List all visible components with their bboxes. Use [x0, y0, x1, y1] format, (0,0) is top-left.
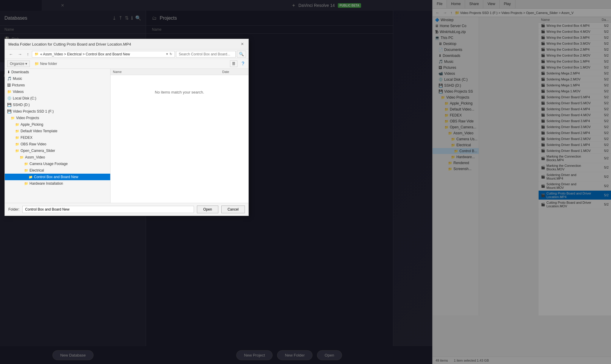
dialog-body: ⬇ Downloads 🎵 Music 🖼 Pictures 📁 Videos … — [5, 69, 248, 203]
dlg-opencam-icon: 📁 — [15, 149, 19, 153]
dlg-videos-icon: 📁 — [7, 90, 12, 94]
dlg-tree-fedex[interactable]: 📁 FEDEX — [5, 134, 110, 141]
dlg-vpssd-icon: 💾 — [7, 109, 12, 113]
dlg-apple-label: Apple_Picking — [21, 122, 43, 127]
view-toggle-button[interactable]: ☰ — [230, 60, 237, 67]
dialog-open-button[interactable]: Open — [197, 206, 218, 213]
organize-dropdown-icon: ▾ — [25, 62, 27, 66]
dialog-toolbar: ← → ↑ 📁 « Assm_Video > Electrical > Cont… — [5, 49, 248, 59]
address-folder-icon2: 📁 — [35, 52, 39, 56]
dlg-elec-icon: 📁 — [24, 169, 28, 172]
new-folder-label: New folder — [40, 62, 57, 66]
dlg-tree-pictures[interactable]: 🖼 Pictures — [5, 82, 110, 88]
dlg-tree-controlbox[interactable]: 📁 Control Box and Board New — [5, 174, 110, 180]
dialog-tree: ⬇ Downloads 🎵 Music 🖼 Pictures 📁 Videos … — [5, 69, 111, 203]
dlg-hw-icon: 📁 — [24, 182, 28, 186]
dlg-vpssd-label: Video Projects SSD 1 (F:) — [13, 109, 54, 113]
dialog-address-path: « Assm_Video > Electrical > Control Box … — [40, 52, 165, 56]
dlg-videos-label: Videos — [13, 90, 24, 94]
dlg-col-date: Date — [222, 70, 246, 74]
dlg-localc-icon: 💿 — [7, 96, 12, 100]
dialog-title-bar: Media Folder Location for Cutting Proto … — [5, 39, 248, 49]
dlg-tree-videos[interactable]: 📁 Videos — [5, 88, 110, 95]
dlg-controlbox-label: Control Box and Board New — [34, 175, 78, 179]
dialog-search-input[interactable] — [176, 51, 236, 57]
dlg-pictures-label: Pictures — [12, 83, 25, 87]
dlg-music-icon: 🎵 — [7, 77, 12, 81]
dialog-empty-message: No items match your search. — [111, 75, 248, 109]
dlg-pictures-icon: 🖼 — [7, 83, 11, 87]
address-refresh[interactable]: ↻ — [170, 52, 172, 56]
new-folder-dialog-button[interactable]: 📁 New folder — [32, 61, 60, 67]
dlg-camfoot-icon: 📁 — [24, 162, 28, 166]
dlg-localc-label: Local Disk (C:) — [13, 96, 36, 100]
organize-label: Organize — [10, 62, 24, 66]
dlg-tree-hwinstall[interactable]: 📁 Hardware Installation — [5, 180, 110, 187]
dialog-close-button[interactable]: × — [240, 41, 245, 47]
dlg-fedex-label: FEDEX — [21, 136, 32, 140]
dlg-tree-opencam[interactable]: 📁 Open_Camera_Slider — [5, 147, 110, 154]
dlg-tree-sshd[interactable]: 💾 SSHD (D:) — [5, 102, 110, 108]
search-button[interactable]: 🔍 — [237, 51, 246, 57]
dialog-address[interactable]: 📁 « Assm_Video > Electrical > Control Bo… — [32, 51, 175, 57]
dlg-apple-icon: 📁 — [15, 123, 19, 127]
new-folder-icon: 📁 — [35, 62, 39, 66]
dlg-tree-obs[interactable]: 📁 OBS Raw Video — [5, 141, 110, 147]
dlg-tree-vp[interactable]: 📁 Video Projects — [5, 115, 110, 121]
dlg-tree-downloads[interactable]: ⬇ Downloads — [5, 69, 110, 75]
dlg-downloads-label: Downloads — [11, 70, 29, 74]
dlg-elec-label: Electrical — [29, 168, 44, 172]
help-button[interactable]: ? — [240, 60, 246, 67]
dlg-music-label: Music — [13, 77, 22, 81]
dlg-assmvid-label: Assm_Video — [25, 155, 45, 159]
dlg-tree-music[interactable]: 🎵 Music — [5, 75, 110, 82]
dialog-cancel-button[interactable]: Cancel — [221, 206, 245, 213]
dlg-camfoot-label: Camera Usage Footage — [29, 162, 68, 166]
dlg-hw-label: Hardware Installation — [29, 181, 63, 186]
dlg-tree-camfoot[interactable]: 📁 Camera Usage Footage — [5, 161, 110, 167]
dialog-file-area: Name Date No items match your search. — [111, 69, 248, 203]
dlg-controlbox-icon: 📁 — [29, 175, 33, 179]
dlg-vp-label: Video Projects — [16, 116, 39, 120]
dlg-downloads-icon: ⬇ — [7, 70, 10, 74]
dialog-back-button[interactable]: ← — [7, 51, 15, 57]
dlg-obs-icon: 📁 — [15, 142, 19, 146]
dialog-footer: Folder: Open Cancel — [5, 203, 248, 216]
dlg-tree-localc[interactable]: 💿 Local Disk (C:) — [5, 95, 110, 102]
address-dropdown[interactable]: ▾ — [166, 52, 168, 56]
dlg-tree-elec[interactable]: 📁 Electrical — [5, 167, 110, 174]
dlg-sshd-icon: 💾 — [7, 103, 12, 107]
dlg-tree-assmvid[interactable]: 📁 Assm_Video — [5, 154, 110, 161]
folder-label: Folder: — [8, 207, 19, 211]
dlg-vp-icon: 📁 — [11, 116, 15, 120]
dlg-obs-label: OBS Raw Video — [21, 142, 46, 146]
dlg-assmvid-icon: 📁 — [20, 155, 24, 159]
dialog-title: Media Folder Location for Cutting Proto … — [8, 42, 131, 46]
media-folder-dialog: Media Folder Location for Cutting Proto … — [4, 39, 249, 216]
dialog-forward-button[interactable]: → — [16, 51, 24, 57]
folder-input[interactable] — [22, 206, 194, 213]
dlg-tree-vpssd[interactable]: 💾 Video Projects SSD 1 (F:) — [5, 108, 110, 115]
dialog-col-header: Name Date — [111, 69, 248, 75]
dlg-fedex-icon: 📁 — [15, 136, 19, 140]
dlg-default-label: Default Video Template — [21, 129, 57, 133]
dlg-col-name: Name — [113, 70, 222, 74]
organize-button[interactable]: Organize ▾ — [7, 60, 30, 67]
dlg-default-icon: 📁 — [15, 129, 19, 133]
dlg-sshd-label: SSHD (D:) — [13, 103, 30, 107]
dlg-tree-default[interactable]: 📁 Default Video Template — [5, 128, 110, 134]
dlg-tree-apple[interactable]: 📁 Apple_Picking — [5, 121, 110, 128]
dialog-sub-toolbar: Organize ▾ 📁 New folder ☰ ? — [5, 59, 248, 69]
dlg-opencam-label: Open_Camera_Slider — [21, 149, 55, 153]
dialog-up-button[interactable]: ↑ — [25, 51, 31, 57]
